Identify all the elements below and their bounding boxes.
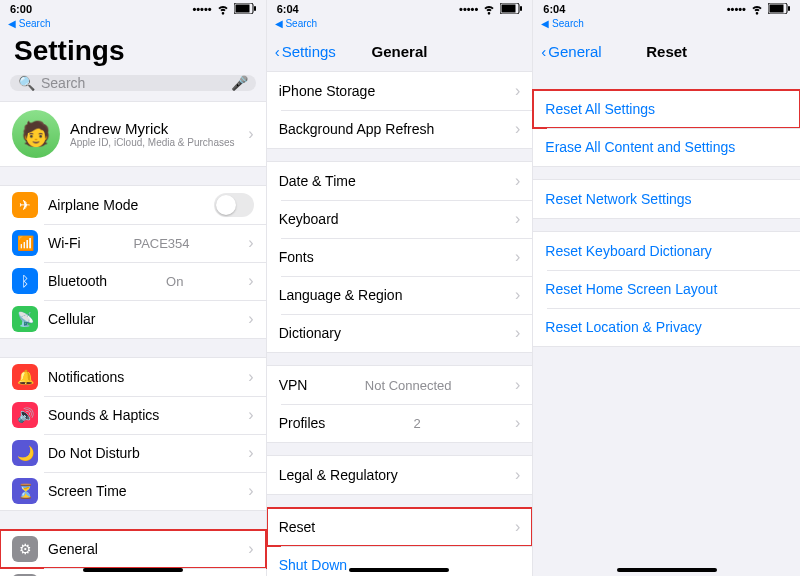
- chevron-right-icon: ›: [242, 272, 253, 290]
- notifications-group: 🔔 Notifications › 🔊 Sounds & Haptics › 🌙…: [0, 357, 266, 511]
- wifi-row[interactable]: 📶 Wi-Fi PACE354 ›: [0, 224, 266, 262]
- chevron-right-icon: ›: [509, 376, 520, 394]
- profiles-row[interactable]: Profiles2›: [267, 404, 533, 442]
- chevron-right-icon: ›: [509, 414, 520, 432]
- erase-all-row[interactable]: Erase All Content and Settings: [533, 128, 800, 166]
- profile-group: 🧑 Andrew Myrick Apple ID, iCloud, Media …: [0, 101, 266, 167]
- settings-root-screen: 6:00 ••••• ◀ Search Settings 🔍 Search 🎤 …: [0, 0, 267, 576]
- bluetooth-row[interactable]: ᛒ Bluetooth On ›: [0, 262, 266, 300]
- status-time: 6:00: [10, 3, 32, 15]
- signal-icon: •••••: [727, 3, 746, 15]
- wifi-icon: [481, 0, 497, 18]
- reset-all-settings-row[interactable]: Reset All Settings: [533, 90, 800, 128]
- date-time-row[interactable]: Date & Time›: [267, 162, 533, 200]
- iphone-storage-row[interactable]: iPhone Storage›: [267, 72, 533, 110]
- status-bar: 6:00 •••••: [0, 0, 266, 18]
- reset-keyboard-row[interactable]: Reset Keyboard Dictionary: [533, 232, 800, 270]
- chevron-right-icon: ›: [509, 286, 520, 304]
- reset-network-row[interactable]: Reset Network Settings: [533, 180, 800, 218]
- apple-id-row[interactable]: 🧑 Andrew Myrick Apple ID, iCloud, Media …: [0, 102, 266, 166]
- home-indicator[interactable]: [617, 568, 717, 572]
- airplane-mode-row[interactable]: ✈ Airplane Mode: [0, 186, 266, 224]
- battery-icon: [234, 3, 256, 16]
- screentime-icon: ⏳: [12, 478, 38, 504]
- chevron-right-icon: ›: [509, 466, 520, 484]
- svg-rect-1: [235, 4, 249, 12]
- home-indicator[interactable]: [83, 568, 183, 572]
- home-indicator[interactable]: [349, 568, 449, 572]
- reset-home-row[interactable]: Reset Home Screen Layout: [533, 270, 800, 308]
- search-input[interactable]: 🔍 Search 🎤: [10, 75, 256, 91]
- chevron-right-icon: ›: [242, 444, 253, 462]
- gear-icon: ⚙: [12, 536, 38, 562]
- dictionary-row[interactable]: Dictionary›: [267, 314, 533, 352]
- cellular-row[interactable]: 📡 Cellular ›: [0, 300, 266, 338]
- breadcrumb[interactable]: ◀ Search: [267, 18, 533, 31]
- notifications-icon: 🔔: [12, 364, 38, 390]
- dnd-row[interactable]: 🌙 Do Not Disturb ›: [0, 434, 266, 472]
- cellular-icon: 📡: [12, 306, 38, 332]
- battery-icon: [500, 3, 522, 16]
- chevron-right-icon: ›: [242, 310, 253, 328]
- chevron-right-icon: ›: [242, 234, 253, 252]
- nav-title: Reset: [533, 43, 800, 60]
- sounds-icon: 🔊: [12, 402, 38, 428]
- svg-rect-2: [254, 6, 256, 11]
- status-bar: 6:04 •••••: [267, 0, 533, 18]
- chevron-right-icon: ›: [509, 82, 520, 100]
- reset-location-row[interactable]: Reset Location & Privacy: [533, 308, 800, 346]
- svg-rect-5: [520, 6, 522, 11]
- page-title: Settings: [0, 31, 266, 75]
- legal-row[interactable]: Legal & Regulatory›: [267, 456, 533, 494]
- chevron-right-icon: ›: [242, 540, 253, 558]
- reset-row[interactable]: Reset›: [267, 508, 533, 546]
- chevron-right-icon: ›: [509, 172, 520, 190]
- notifications-row[interactable]: 🔔 Notifications ›: [0, 358, 266, 396]
- chevron-right-icon: ›: [509, 210, 520, 228]
- breadcrumb[interactable]: ◀ Search: [533, 18, 800, 31]
- dnd-icon: 🌙: [12, 440, 38, 466]
- wifi-icon: [749, 0, 765, 18]
- svg-rect-8: [788, 6, 790, 11]
- keyboard-row[interactable]: Keyboard›: [267, 200, 533, 238]
- bluetooth-icon: ᛒ: [12, 268, 38, 294]
- status-bar: 6:04 •••••: [533, 0, 800, 18]
- chevron-right-icon: ›: [509, 324, 520, 342]
- fonts-row[interactable]: Fonts›: [267, 238, 533, 276]
- chevron-right-icon: ›: [509, 120, 520, 138]
- screentime-row[interactable]: ⏳ Screen Time ›: [0, 472, 266, 510]
- general-screen: 6:04 ••••• ◀ Search ‹Settings General iP…: [267, 0, 534, 576]
- airplane-icon: ✈: [12, 192, 38, 218]
- connectivity-group: ✈ Airplane Mode 📶 Wi-Fi PACE354 › ᛒ Blue…: [0, 185, 266, 339]
- sounds-row[interactable]: 🔊 Sounds & Haptics ›: [0, 396, 266, 434]
- chevron-right-icon: ›: [242, 125, 253, 143]
- mic-icon[interactable]: 🎤: [231, 75, 248, 91]
- signal-icon: •••••: [192, 3, 211, 15]
- status-time: 6:04: [277, 3, 299, 15]
- nav-bar: ‹General Reset: [533, 31, 800, 71]
- profile-sub: Apple ID, iCloud, Media & Purchases: [70, 137, 235, 148]
- background-refresh-row[interactable]: Background App Refresh›: [267, 110, 533, 148]
- vpn-row[interactable]: VPNNot Connected›: [267, 366, 533, 404]
- svg-rect-4: [502, 4, 516, 12]
- breadcrumb[interactable]: ◀ Search: [0, 18, 266, 31]
- wifi-icon: [215, 0, 231, 18]
- chevron-right-icon: ›: [242, 482, 253, 500]
- profile-name: Andrew Myrick: [70, 120, 235, 137]
- chevron-right-icon: ›: [509, 248, 520, 266]
- chevron-right-icon: ›: [242, 368, 253, 386]
- search-icon: 🔍: [18, 75, 35, 91]
- svg-rect-7: [769, 4, 783, 12]
- nav-bar: ‹Settings General: [267, 31, 533, 71]
- status-time: 6:04: [543, 3, 565, 15]
- chevron-right-icon: ›: [509, 518, 520, 536]
- airplane-toggle[interactable]: [214, 193, 254, 217]
- signal-icon: •••••: [459, 3, 478, 15]
- chevron-right-icon: ›: [242, 406, 253, 424]
- avatar: 🧑: [12, 110, 60, 158]
- language-region-row[interactable]: Language & Region›: [267, 276, 533, 314]
- general-row[interactable]: ⚙ General ›: [0, 530, 266, 568]
- wifi-icon: 📶: [12, 230, 38, 256]
- nav-title: General: [267, 43, 533, 60]
- battery-icon: [768, 3, 790, 16]
